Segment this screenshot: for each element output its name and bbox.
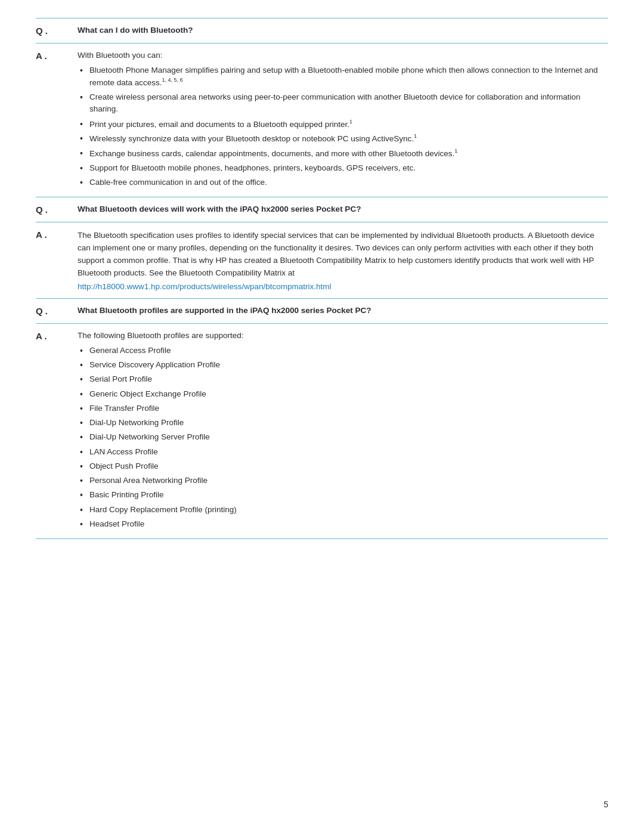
q3-question-text: What Bluetooth profiles are supported in… [78,306,371,315]
list-item: Headset Profile [78,517,608,531]
q3-a-label: A . [36,331,72,341]
list-item: Create wireless personal area networks u… [78,90,608,117]
qa-answer-row-3: A . The following Bluetooth profiles are… [36,324,608,539]
qa-answer-row-2: A . The Bluetooth specification uses pro… [36,222,608,299]
list-item: Wirelessly synchronize data with your Bl… [78,131,608,146]
q2-link[interactable]: http://h18000.www1.hp.com/products/wirel… [78,282,331,291]
list-item: Basic Printing Profile [78,488,608,502]
q1-answer-intro: With Bluetooth you can: [78,51,608,60]
list-item: File Transfer Profile [78,401,608,416]
q2-paragraph: The Bluetooth specification uses profile… [78,230,608,280]
q1-q-label: Q . [36,26,72,36]
q1-question-content: What can I do with Bluetooth? [72,26,608,35]
q1-a-label: A . [36,51,72,61]
list-item: LAN Access Profile [78,445,608,459]
list-item: Exchange business cards, calendar appoin… [78,146,608,161]
list-item: Personal Area Networking Profile [78,473,608,488]
list-item: Object Push Profile [78,459,608,473]
list-item: Cable-free communication in and out of t… [78,175,608,190]
page-number: 5 [603,800,608,809]
list-item: Hard Copy Replacement Profile (printing) [78,503,608,517]
list-item: Serial Port Profile [78,372,608,386]
list-item: Generic Object Exchange Profile [78,387,608,401]
q3-question-content: What Bluetooth profiles are supported in… [72,306,608,315]
q3-answer-content: The following Bluetooth profiles are sup… [72,331,608,531]
list-item: Dial-Up Networking Server Profile [78,430,608,444]
q1-bullet-list: Bluetooth Phone Manager simplifies pairi… [78,63,608,190]
q1-answer-content: With Bluetooth you can: Bluetooth Phone … [72,51,608,190]
q3-answer-intro: The following Bluetooth profiles are sup… [78,331,608,340]
q1-question-text: What can I do with Bluetooth? [78,26,193,35]
q3-q-label: Q . [36,306,72,316]
qa-row-2: Q . What Bluetooth devices will work wit… [36,197,608,222]
list-item: General Access Profile [78,343,608,358]
q2-q-label: Q . [36,205,72,215]
q2-answer-content: The Bluetooth specification uses profile… [72,230,608,291]
qa-row-1: Q . What can I do with Bluetooth? [36,18,608,44]
list-item: Print your pictures, email and documents… [78,117,608,132]
list-item: Service Discovery Application Profile [78,358,608,372]
q2-question-text: What Bluetooth devices will work with th… [78,205,361,213]
q2-question-content: What Bluetooth devices will work with th… [72,205,608,213]
q2-a-label: A . [36,230,72,240]
list-item: Dial-Up Networking Profile [78,416,608,430]
qa-answer-row-1: A . With Bluetooth you can: Bluetooth Ph… [36,44,608,197]
list-item: Support for Bluetooth mobile phones, hea… [78,161,608,175]
qa-row-3: Q . What Bluetooth profiles are supporte… [36,299,608,324]
list-item: Bluetooth Phone Manager simplifies pairi… [78,63,608,90]
q3-bullet-list: General Access Profile Service Discovery… [78,343,608,531]
qa-section: Q . What can I do with Bluetooth? A . Wi… [36,18,608,539]
